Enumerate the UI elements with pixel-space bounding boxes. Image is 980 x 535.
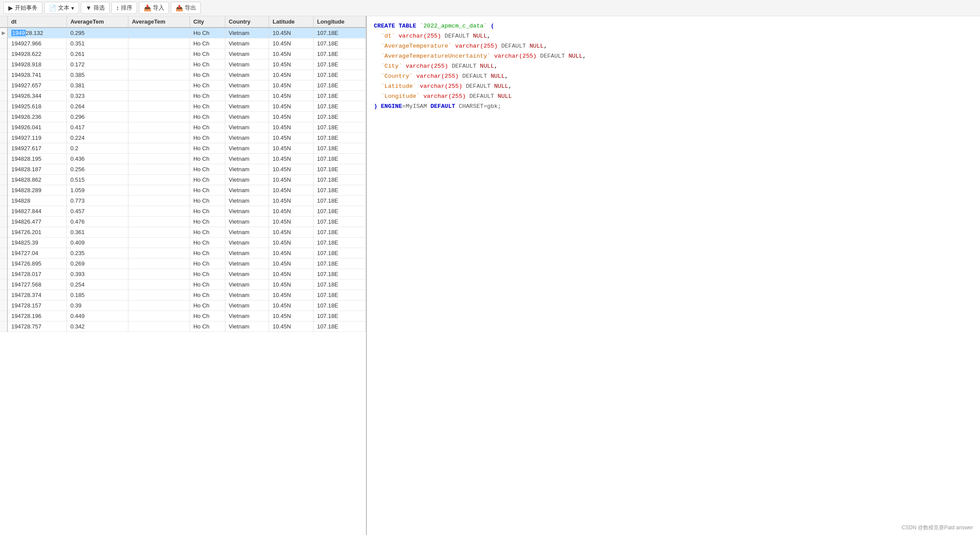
table-row[interactable]: 1948280.773Ho ChVietnam10.45N107.18E bbox=[0, 196, 366, 206]
cell-avg-temp: 0.295 bbox=[67, 28, 128, 38]
row-indicator bbox=[0, 227, 7, 238]
table-row[interactable]: 194727.5680.254Ho ChVietnam10.45N107.18E bbox=[0, 280, 366, 290]
table-row[interactable]: 194728.1960.449Ho ChVietnam10.45N107.18E bbox=[0, 311, 366, 321]
cell-country: Vietnam bbox=[225, 217, 269, 227]
table-row[interactable]: 194727.040.235Ho ChVietnam10.45N107.18E bbox=[0, 248, 366, 259]
cell-avg-uncertainty bbox=[128, 217, 190, 227]
table-row[interactable]: 194927.6570.381Ho ChVietnam10.45N107.18E bbox=[0, 80, 366, 91]
filter-button[interactable]: ▼ 筛选 bbox=[81, 2, 110, 14]
table-row[interactable]: 194828.1950.436Ho ChVietnam10.45N107.18E bbox=[0, 154, 366, 164]
cell-avg-uncertainty bbox=[128, 248, 190, 259]
table-row[interactable]: 194728.3740.185Ho ChVietnam10.45N107.18E bbox=[0, 290, 366, 300]
cell-dt: 194828.289 bbox=[7, 185, 67, 196]
cell-longitude: 107.18E bbox=[313, 133, 366, 143]
col-avg-temp[interactable]: AverageTem bbox=[67, 16, 128, 28]
toolbar: ▶ 开始事务 📄 文本 ▾ ▼ 筛选 ↕ 排序 📥 导入 📤 导出 bbox=[0, 0, 980, 16]
cell-avg-temp: 0.515 bbox=[67, 175, 128, 185]
cell-latitude: 10.45N bbox=[269, 185, 314, 196]
table-row[interactable]: 194828.2891.059Ho ChVietnam10.45N107.18E bbox=[0, 185, 366, 196]
row-indicator bbox=[0, 259, 7, 269]
cell-latitude: 10.45N bbox=[269, 28, 314, 38]
table-row[interactable]: 194928.9180.172Ho ChVietnam10.45N107.18E bbox=[0, 59, 366, 70]
cell-latitude: 10.45N bbox=[269, 70, 314, 80]
cell-avg-temp: 0.235 bbox=[67, 248, 128, 259]
cell-country: Vietnam bbox=[225, 154, 269, 164]
table-row[interactable]: 194728.7570.342Ho ChVietnam10.45N107.18E bbox=[0, 321, 366, 332]
cell-longitude: 107.18E bbox=[313, 248, 366, 259]
sql-line: `Country` varchar(255) DEFAULT NULL, bbox=[374, 72, 973, 82]
row-indicator bbox=[0, 49, 7, 59]
table-row[interactable]: 194927.6170.2Ho ChVietnam10.45N107.18E bbox=[0, 143, 366, 154]
data-table-wrapper[interactable]: dt AverageTem AverageTem City Country La… bbox=[0, 16, 366, 535]
cell-city: Ho Ch bbox=[190, 164, 225, 175]
cell-longitude: 107.18E bbox=[313, 28, 366, 38]
cell-city: Ho Ch bbox=[190, 38, 225, 49]
import-button[interactable]: 📥 导入 bbox=[139, 2, 169, 14]
table-row[interactable]: 194927.9660.351Ho ChVietnam10.45N107.18E bbox=[0, 38, 366, 49]
table-row[interactable]: 194928.7410.385Ho ChVietnam10.45N107.18E bbox=[0, 70, 366, 80]
cell-dt: 194827.844 bbox=[7, 206, 67, 217]
table-row[interactable]: 194726.8950.269Ho ChVietnam10.45N107.18E bbox=[0, 259, 366, 269]
row-indicator bbox=[0, 311, 7, 321]
cell-latitude: 10.45N bbox=[269, 80, 314, 91]
cell-avg-uncertainty bbox=[128, 80, 190, 91]
cell-longitude: 107.18E bbox=[313, 59, 366, 70]
cell-country: Vietnam bbox=[225, 112, 269, 122]
cell-city: Ho Ch bbox=[190, 70, 225, 80]
cell-country: Vietnam bbox=[225, 80, 269, 91]
cell-avg-temp: 0.254 bbox=[67, 280, 128, 290]
row-indicator bbox=[0, 175, 7, 185]
cell-city: Ho Ch bbox=[190, 300, 225, 311]
col-dt[interactable]: dt bbox=[7, 16, 67, 28]
table-row[interactable]: ▶194928.1320.295Ho ChVietnam10.45N107.18… bbox=[0, 28, 366, 38]
table-row[interactable]: 194726.2010.361Ho ChVietnam10.45N107.18E bbox=[0, 227, 366, 238]
cell-latitude: 10.45N bbox=[269, 206, 314, 217]
cell-longitude: 107.18E bbox=[313, 122, 366, 133]
table-row[interactable]: 194828.1870.256Ho ChVietnam10.45N107.18E bbox=[0, 164, 366, 175]
cell-avg-uncertainty bbox=[128, 49, 190, 59]
cell-dt: 194828.195 bbox=[7, 154, 67, 164]
col-longitude[interactable]: Longitude bbox=[313, 16, 366, 28]
cell-avg-temp: 0.224 bbox=[67, 133, 128, 143]
cell-country: Vietnam bbox=[225, 196, 269, 206]
text-button[interactable]: 📄 文本 ▾ bbox=[44, 2, 79, 14]
cell-latitude: 10.45N bbox=[269, 175, 314, 185]
col-city[interactable]: City bbox=[190, 16, 225, 28]
cell-avg-uncertainty bbox=[128, 143, 190, 154]
col-avg-uncertainty[interactable]: AverageTem bbox=[128, 16, 190, 28]
cell-avg-temp: 0.323 bbox=[67, 91, 128, 101]
table-row[interactable]: 194828.8620.515Ho ChVietnam10.45N107.18E bbox=[0, 175, 366, 185]
row-indicator bbox=[0, 122, 7, 133]
row-indicator bbox=[0, 91, 7, 101]
cell-country: Vietnam bbox=[225, 248, 269, 259]
cell-dt: 194728.017 bbox=[7, 269, 67, 280]
begin-transaction-button[interactable]: ▶ 开始事务 bbox=[3, 2, 42, 14]
table-row[interactable]: 194926.3440.323Ho ChVietnam10.45N107.18E bbox=[0, 91, 366, 101]
filter-icon: ▼ bbox=[86, 4, 92, 11]
table-row[interactable]: 194928.6220.261Ho ChVietnam10.45N107.18E bbox=[0, 49, 366, 59]
cell-avg-uncertainty bbox=[128, 133, 190, 143]
sort-button[interactable]: ↕ 排序 bbox=[111, 2, 137, 14]
cell-city: Ho Ch bbox=[190, 122, 225, 133]
cell-avg-temp: 1.059 bbox=[67, 185, 128, 196]
table-row[interactable]: 194728.0170.393Ho ChVietnam10.45N107.18E bbox=[0, 269, 366, 280]
cell-dt: 194728.757 bbox=[7, 321, 67, 332]
table-row[interactable]: 194926.0410.417Ho ChVietnam10.45N107.18E bbox=[0, 122, 366, 133]
cell-avg-temp: 0.409 bbox=[67, 238, 128, 248]
table-row[interactable]: 194825.390.409Ho ChVietnam10.45N107.18E bbox=[0, 238, 366, 248]
export-button[interactable]: 📤 导出 bbox=[171, 2, 201, 14]
table-row[interactable]: 194925.6180.264Ho ChVietnam10.45N107.18E bbox=[0, 101, 366, 112]
col-latitude[interactable]: Latitude bbox=[269, 16, 314, 28]
table-row[interactable]: 194926.2360.296Ho ChVietnam10.45N107.18E bbox=[0, 112, 366, 122]
table-row[interactable]: 194927.1190.224Ho ChVietnam10.45N107.18E bbox=[0, 133, 366, 143]
cell-latitude: 10.45N bbox=[269, 290, 314, 300]
table-row[interactable]: 194827.8440.457Ho ChVietnam10.45N107.18E bbox=[0, 206, 366, 217]
cell-country: Vietnam bbox=[225, 269, 269, 280]
col-country[interactable]: Country bbox=[225, 16, 269, 28]
cell-latitude: 10.45N bbox=[269, 269, 314, 280]
table-row[interactable]: 194728.1570.39Ho ChVietnam10.45N107.18E bbox=[0, 300, 366, 311]
sql-block: CREATE TABLE `2022_apmcm_c_data` ( `dt` … bbox=[374, 21, 973, 111]
cell-country: Vietnam bbox=[225, 300, 269, 311]
cell-avg-temp: 0.361 bbox=[67, 227, 128, 238]
table-row[interactable]: 194826.4770.476Ho ChVietnam10.45N107.18E bbox=[0, 217, 366, 227]
